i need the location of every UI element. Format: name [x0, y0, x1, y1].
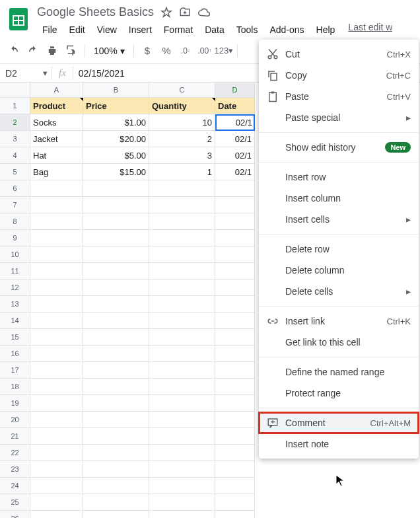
cell-A14[interactable] [30, 313, 83, 329]
cell-A12[interactable] [30, 279, 83, 296]
cell-C9[interactable] [149, 230, 215, 246]
cell-D13[interactable] [215, 296, 255, 313]
ctx-delete-column[interactable]: Delete column [259, 260, 419, 281]
cell-B11[interactable] [83, 263, 149, 279]
row-header-12[interactable]: 12 [0, 279, 30, 296]
row-header-20[interactable]: 20 [0, 412, 30, 428]
cell-C24[interactable] [149, 478, 215, 494]
decrease-decimal-button[interactable]: .0↓ [177, 42, 194, 59]
cell-D25[interactable] [215, 494, 255, 511]
row-header-25[interactable]: 25 [0, 494, 30, 511]
menu-tools[interactable]: Tools [231, 22, 263, 38]
cell-A5[interactable]: Bag [30, 164, 83, 180]
cell-C25[interactable] [149, 494, 215, 511]
ctx-comment[interactable]: CommentCtrl+Alt+M [259, 412, 419, 433]
cell-A23[interactable] [30, 461, 83, 478]
cell-D7[interactable] [215, 197, 255, 213]
star-icon[interactable] [160, 7, 172, 18]
ctx-paste[interactable]: PasteCtrl+V [259, 86, 419, 107]
cell-A6[interactable] [30, 180, 83, 197]
cell-B24[interactable] [83, 478, 149, 494]
cell-D3[interactable]: 02/1 [215, 131, 255, 147]
cell-D10[interactable] [215, 246, 255, 263]
move-icon[interactable] [179, 7, 191, 18]
cell-D5[interactable]: 02/1 [215, 164, 255, 180]
cell-C14[interactable] [149, 313, 215, 329]
redo-button[interactable] [24, 42, 42, 59]
row-header-19[interactable]: 19 [0, 395, 30, 412]
cell-D19[interactable] [215, 395, 255, 412]
cell-C20[interactable] [149, 412, 215, 428]
cell-A22[interactable] [30, 445, 83, 461]
cell-A19[interactable] [30, 395, 83, 412]
ctx-delete-row[interactable]: Delete row [259, 239, 419, 260]
cell-D8[interactable] [215, 213, 255, 230]
cell-D26[interactable] [215, 511, 255, 518]
cell-A11[interactable] [30, 263, 83, 279]
cell-C2[interactable]: 10 [149, 114, 215, 131]
menu-help[interactable]: Help [311, 22, 341, 38]
cell-C22[interactable] [149, 445, 215, 461]
cell-C5[interactable]: 1 [149, 164, 215, 180]
ctx-copy[interactable]: CopyCtrl+C [259, 65, 419, 86]
row-header-7[interactable]: 7 [0, 197, 30, 213]
row-header-9[interactable]: 9 [0, 230, 30, 246]
cell-B4[interactable]: $5.00 [83, 147, 149, 164]
row-header-26[interactable]: 26 [0, 511, 30, 518]
cloud-icon[interactable] [197, 7, 211, 18]
cell-C4[interactable]: 3 [149, 147, 215, 164]
cell-A7[interactable] [30, 197, 83, 213]
cell-A10[interactable] [30, 246, 83, 263]
row-header-24[interactable]: 24 [0, 478, 30, 494]
document-title[interactable]: Google Sheets Basics [37, 5, 154, 19]
row-header-15[interactable]: 15 [0, 329, 30, 346]
row-header-18[interactable]: 18 [0, 379, 30, 395]
row-header-14[interactable]: 14 [0, 313, 30, 329]
ctx-cut[interactable]: CutCtrl+X [259, 44, 419, 65]
cell-A20[interactable] [30, 412, 83, 428]
ctx-insert-row[interactable]: Insert row [259, 166, 419, 188]
cell-B12[interactable] [83, 279, 149, 296]
paint-format-button[interactable] [63, 42, 80, 59]
cell-B13[interactable] [83, 296, 149, 313]
cell-C1[interactable]: Quantity [149, 98, 215, 114]
menu-format[interactable]: Format [158, 22, 198, 38]
cell-A3[interactable]: Jacket [30, 131, 83, 147]
cell-A21[interactable] [30, 428, 83, 445]
name-box-dropdown[interactable]: ▾ [38, 68, 52, 78]
cell-B6[interactable] [83, 180, 149, 197]
cell-C6[interactable] [149, 180, 215, 197]
row-header-17[interactable]: 17 [0, 362, 30, 379]
last-edit-link[interactable]: Last edit w [348, 22, 392, 38]
cell-D18[interactable] [215, 379, 255, 395]
cell-C23[interactable] [149, 461, 215, 478]
ctx-protect-range[interactable]: Protect range [259, 383, 419, 404]
ctx-define-the-named-range[interactable]: Define the named range [259, 361, 419, 383]
cell-B25[interactable] [83, 494, 149, 511]
currency-button[interactable]: $ [139, 42, 156, 59]
row-header-11[interactable]: 11 [0, 263, 30, 279]
cell-C26[interactable] [149, 511, 215, 518]
percent-button[interactable]: % [158, 42, 175, 59]
menu-addons[interactable]: Add-ons [264, 22, 309, 38]
cell-B15[interactable] [83, 329, 149, 346]
cell-C12[interactable] [149, 279, 215, 296]
ctx-delete-cells[interactable]: Delete cells▸ [259, 281, 419, 302]
ctx-paste-special[interactable]: Paste special▸ [259, 107, 419, 128]
row-header-13[interactable]: 13 [0, 296, 30, 313]
cell-B8[interactable] [83, 213, 149, 230]
col-header-B[interactable]: B [83, 83, 149, 98]
cell-A25[interactable] [30, 494, 83, 511]
name-box[interactable]: D2 [0, 68, 38, 79]
cell-A8[interactable] [30, 213, 83, 230]
ctx-get-link-to-this-cell[interactable]: Get link to this cell [259, 332, 419, 353]
cell-B14[interactable] [83, 313, 149, 329]
cell-B23[interactable] [83, 461, 149, 478]
cell-B9[interactable] [83, 230, 149, 246]
cell-C16[interactable] [149, 346, 215, 362]
cell-A15[interactable] [30, 329, 83, 346]
print-button[interactable] [44, 42, 61, 59]
row-header-6[interactable]: 6 [0, 180, 30, 197]
row-header-3[interactable]: 3 [0, 131, 30, 147]
col-header-D[interactable]: D [215, 83, 255, 98]
